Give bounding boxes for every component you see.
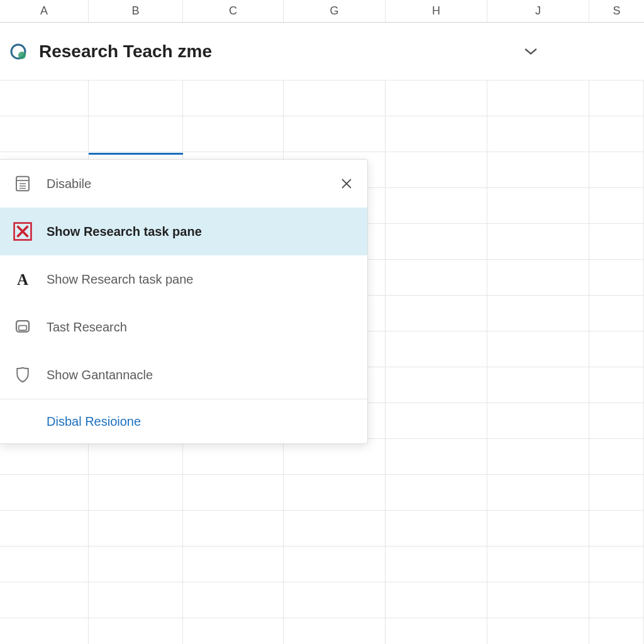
col-header-B[interactable]: B (89, 0, 183, 22)
shield-icon (8, 365, 38, 384)
menu-item-tast-research[interactable]: Tast Research (0, 303, 367, 351)
app-logo-icon (8, 41, 29, 62)
svg-point-1 (18, 52, 26, 59)
col-header-S[interactable]: S (589, 0, 644, 22)
menu-link-label: Disbal Resioione (47, 414, 141, 429)
x-red-icon (8, 221, 38, 242)
menu-item-label: Tast Research (47, 320, 356, 335)
title-bar: Research Teach zme (0, 23, 644, 80)
menu-link-disbal[interactable]: Disbal Resioione (0, 399, 367, 443)
page-title: Research Teach zme (39, 42, 212, 62)
col-header-J[interactable]: J (487, 0, 589, 22)
menu-item-label: Show Gantannacle (47, 368, 356, 382)
svg-rect-10 (19, 326, 27, 331)
menu-item-disable[interactable]: Disabile (0, 160, 367, 208)
close-icon[interactable] (337, 177, 356, 191)
menu-item-label: Show Research task pane (47, 272, 356, 287)
column-headers: A B C G H J S (0, 0, 644, 23)
chevron-down-icon[interactable] (518, 39, 543, 64)
col-header-H[interactable]: H (386, 0, 487, 22)
menu-item-show-gantannacle[interactable]: Show Gantannacle (0, 351, 367, 399)
letter-a-icon: A (8, 270, 38, 289)
col-header-A[interactable]: A (0, 0, 89, 22)
table-icon (8, 174, 38, 193)
menu-item-show-research-pane[interactable]: Show Research task pane (0, 208, 367, 255)
menu-item-label: Show Research task pane (47, 225, 356, 239)
col-header-G[interactable]: G (284, 0, 386, 22)
active-cell-indicator (89, 153, 183, 155)
col-header-C[interactable]: C (183, 0, 284, 22)
context-menu: Disabile Show Research task pane A Show … (0, 159, 368, 444)
menu-item-label: Disabile (47, 177, 337, 191)
screen-icon (8, 318, 38, 336)
svg-text:A: A (17, 271, 28, 288)
menu-item-show-research-pane-2[interactable]: A Show Research task pane (0, 255, 367, 303)
